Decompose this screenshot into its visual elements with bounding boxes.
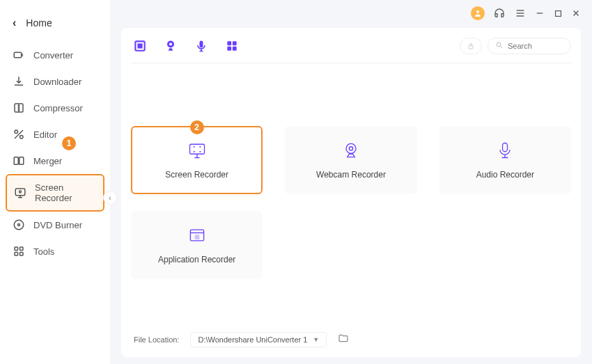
card-screen-recorder[interactable]: 2 Screen Recorder [131,126,263,194]
svg-rect-10 [15,247,18,251]
svg-rect-22 [233,41,237,45]
toolbar-modes [131,38,240,54]
sidebar-item-tools[interactable]: Tools [6,238,104,264]
sidebar-item-label: Downloader [33,77,81,87]
mode-screen-icon[interactable] [132,38,148,54]
downloader-icon [13,75,25,88]
svg-point-28 [346,143,356,153]
sidebar-item-label: DVD Burner [33,220,82,230]
sidebar-item-screen-recorder[interactable]: Screen Recorder [6,174,104,212]
sidebar-item-dvd-burner[interactable]: DVD Burner [6,212,104,238]
compressor-icon [13,102,25,114]
svg-rect-30 [503,143,508,152]
merger-icon [13,155,25,167]
converter-icon [13,49,25,61]
screen-recorder-card-icon [187,141,207,160]
card-label: Audio Recorder [476,170,534,180]
menu-icon[interactable] [514,7,527,19]
sidebar-header: ‹ Home [0,10,110,42]
audio-recorder-card-icon [495,141,515,160]
editor-icon [13,128,25,141]
card-grid-area: 2 Screen Recorder Webcam Recorder [131,63,571,326]
card-label: Application Recorder [158,255,235,264]
search-icon [495,41,504,52]
sidebar-item-editor[interactable]: Editor [6,121,104,148]
svg-point-8 [14,220,24,230]
annotation-step-1: 1 [62,136,76,150]
svg-point-26 [497,42,501,47]
sidebar-item-label: Merger [33,156,62,166]
svg-rect-23 [227,47,231,51]
lock-toggle[interactable] [460,38,482,54]
card-label: Screen Recorder [165,170,228,180]
sidebar-item-compressor[interactable]: Compressor [6,95,104,121]
sidebar-item-label: Screen Recorder [35,182,96,203]
search-input[interactable] [508,42,563,50]
sidebar-item-label: Tools [33,246,54,257]
sidebar-item-label: Compressor [33,103,83,113]
svg-rect-32 [195,235,198,239]
support-icon[interactable] [493,7,506,19]
annotation-step-2: 2 [190,120,204,134]
svg-rect-21 [227,41,231,45]
svg-rect-24 [233,47,237,51]
svg-point-2 [15,130,18,134]
sidebar-items: Converter Downloader Compressor Editor M… [0,42,110,264]
svg-point-29 [349,147,352,150]
user-avatar[interactable] [471,6,485,20]
footer: File Location: D:\Wondershare UniConvert… [131,326,571,347]
card-label: Webcam Recorder [316,170,386,180]
screen-recorder-icon [14,187,26,199]
sidebar-item-converter[interactable]: Converter [6,42,104,68]
svg-rect-27 [189,144,204,154]
file-location-label: File Location: [134,335,179,344]
tools-icon [13,245,25,258]
file-location-select[interactable]: D:\Wondershare UniConverter 1 ▼ [190,332,327,347]
search-box[interactable] [488,38,571,54]
mode-webcam-icon[interactable] [163,38,178,54]
svg-rect-13 [20,253,24,256]
application-recorder-card-icon [187,225,207,245]
mode-apps-icon[interactable] [224,38,240,54]
sidebar-item-downloader[interactable]: Downloader [6,68,104,95]
svg-point-3 [20,136,24,139]
svg-rect-25 [469,46,473,49]
sidebar-title: Home [26,17,52,29]
sidebar-item-label: Converter [33,50,73,61]
content-panel: 2 Screen Recorder Webcam Recorder [121,28,581,357]
collapse-sidebar-button[interactable]: ‹ [103,191,117,205]
back-icon[interactable]: ‹ [13,17,16,29]
window-maximize[interactable] [553,8,563,18]
window-close[interactable] [571,8,581,18]
svg-rect-15 [555,10,561,16]
window-minimize[interactable] [535,8,545,18]
svg-rect-5 [20,157,24,165]
file-location-path: D:\Wondershare UniConverter 1 [198,335,307,344]
svg-point-9 [18,224,20,226]
mode-audio-icon[interactable] [194,38,209,54]
svg-rect-6 [15,189,25,196]
svg-point-14 [476,10,479,13]
card-webcam-recorder[interactable]: Webcam Recorder [285,126,416,194]
svg-point-19 [169,42,172,45]
sidebar-item-merger[interactable]: Merger [6,148,104,174]
card-application-recorder[interactable]: Application Recorder [131,211,263,279]
svg-rect-0 [14,52,22,58]
svg-rect-12 [15,253,18,256]
toolbar-right [460,38,571,54]
svg-rect-4 [14,157,18,165]
webcam-recorder-card-icon [341,141,361,160]
dvd-burner-icon [13,219,25,231]
main-area: 2 Screen Recorder Webcam Recorder [110,0,592,364]
open-folder-button[interactable] [338,333,349,347]
chevron-down-icon: ▼ [313,336,319,343]
sidebar: ‹ Home Converter Downloader Compressor [0,0,110,364]
svg-rect-20 [200,41,203,48]
toolbar [131,38,571,63]
svg-point-7 [20,191,22,193]
svg-rect-11 [20,247,24,251]
sidebar-item-label: Editor [33,129,57,140]
card-audio-recorder[interactable]: Audio Recorder [439,126,571,194]
svg-rect-17 [139,45,142,48]
titlebar [110,0,592,21]
